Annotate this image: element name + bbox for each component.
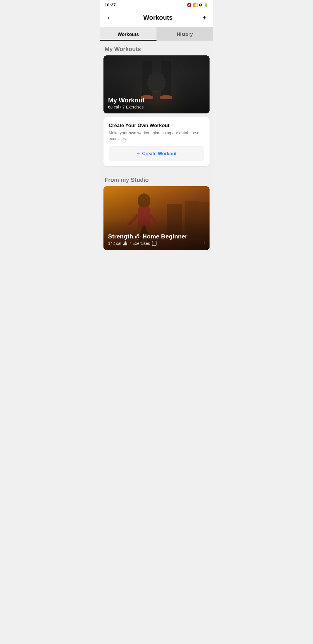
- battery-icon: 🔋: [203, 3, 208, 7]
- workout-calories: 68 cal: [108, 105, 119, 109]
- wifi-icon: 📶: [193, 3, 198, 7]
- tab-history[interactable]: History: [156, 27, 213, 41]
- content-area: My Workouts My Workout: [100, 41, 213, 250]
- studio-calories: 142 cal: [108, 241, 121, 246]
- status-time: 10:27: [105, 2, 116, 7]
- create-plus-icon: +: [137, 150, 140, 157]
- studio-section-title: From my Studio: [100, 171, 213, 186]
- tab-bar: Workouts History: [100, 27, 213, 41]
- studio-workout-name: Strength @ Home Beginner: [108, 233, 205, 240]
- status-icons: 🔇 📶 ⊘ 🔋: [187, 3, 208, 7]
- studio-workout-meta: 142 cal 7 Exercises: [108, 241, 205, 246]
- back-button[interactable]: ←: [105, 12, 114, 23]
- create-card-description: Make your own workout plan using our dat…: [109, 130, 204, 142]
- status-bar: 10:27 🔇 📶 ⊘ 🔋: [100, 0, 213, 9]
- studio-workout-card[interactable]: Strength @ Home Beginner 142 cal 7 Exerc…: [103, 186, 210, 250]
- watch-icon: [152, 241, 156, 246]
- studio-section: From my Studio: [100, 171, 213, 250]
- page-title: Workouts: [143, 14, 172, 21]
- my-workouts-section: My Workouts My Workout: [100, 41, 213, 166]
- alarm-icon: ⊘: [199, 3, 202, 7]
- add-icon: +: [203, 14, 207, 22]
- create-workout-label: Create Workout: [142, 151, 176, 156]
- my-workout-card[interactable]: My Workout 68 cal • 7 Exercises: [103, 55, 210, 113]
- app-bar: ← Workouts +: [100, 9, 213, 27]
- tab-workouts[interactable]: Workouts: [100, 27, 156, 41]
- create-workout-button[interactable]: + Create Workout: [109, 146, 204, 161]
- workout-card-info: My Workout 68 cal • 7 Exercises: [103, 93, 210, 113]
- back-icon: ←: [106, 14, 113, 22]
- add-button[interactable]: +: [201, 12, 208, 23]
- notification-icon: 🔇: [187, 3, 192, 7]
- create-workout-card: Create Your Own Workout Make your own wo…: [103, 117, 210, 166]
- studio-card-info: Strength @ Home Beginner 142 cal 7 Exerc…: [103, 229, 210, 250]
- workout-name: My Workout: [108, 97, 205, 104]
- bar-chart-icon: [123, 241, 127, 245]
- my-workouts-title: My Workouts: [100, 41, 213, 55]
- workout-meta: 68 cal • 7 Exercises: [108, 105, 205, 109]
- workout-exercises: 7 Exercises: [123, 105, 143, 109]
- create-card-title: Create Your Own Workout: [109, 123, 204, 129]
- studio-exercises: 7 Exercises: [129, 241, 150, 246]
- studio-chevron-icon: ‹: [203, 239, 205, 245]
